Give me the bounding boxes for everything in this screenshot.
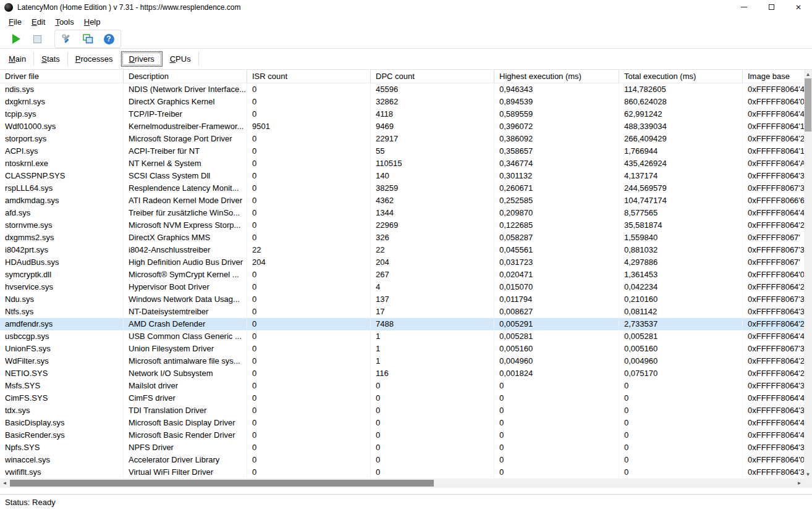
table-row[interactable]: symcryptk.dllMicrosoft® SymCrypt Kernel … [0,269,804,281]
table-row[interactable]: CLASSPNP.SYSSCSI Class System Dll01400,3… [0,170,804,182]
tab-main[interactable]: Main [1,52,34,66]
cell-description: USB Common Class Generic ... [124,330,247,343]
vertical-scrollbar-thumb[interactable] [805,78,811,132]
table-row[interactable]: UnionFS.sysUnion Filesystem Driver010,00… [0,343,804,355]
cell-driver-file: Npfs.SYS [0,441,124,454]
cell-dpc-count: 0 [371,466,494,479]
cell-highest-execution: 0,005291 [494,318,619,330]
table-row[interactable]: HDAudBus.sysHigh Definition Audio Bus Dr… [0,256,804,269]
help-button[interactable]: ? [101,31,116,46]
scroll-left-arrow-icon[interactable]: ◄ [0,479,9,488]
table-row[interactable]: ntoskrnl.exeNT Kernel & System01105150,3… [0,157,804,170]
tab-cpus[interactable]: CPUs [163,52,199,66]
cell-description: ACPI-Treiber für NT [124,145,247,157]
horizontal-scrollbar[interactable]: ◄ ► [0,479,812,488]
report-button[interactable] [80,31,95,46]
menu-tools[interactable]: Tools [50,15,78,28]
cell-isr-count: 0 [247,355,371,367]
table-row[interactable]: ndis.sysNDIS (Network Driver Interface..… [0,83,804,96]
scroll-up-arrow-icon[interactable]: ▲ [804,70,812,78]
start-monitor-button[interactable] [9,31,23,46]
table-row[interactable]: stornvme.sysMicrosoft NVM Express Storp.… [0,219,804,232]
cell-driver-file: storport.sys [0,133,124,145]
vertical-scrollbar[interactable]: ▲ ▼ [804,70,812,479]
tab-drivers[interactable]: Drivers [121,51,163,67]
cell-isr-count: 0 [247,170,371,182]
scroll-right-arrow-icon[interactable]: ► [795,479,804,488]
tab-stats[interactable]: Stats [34,52,68,66]
cell-highest-execution: 0 [494,392,619,404]
table-row[interactable]: usbccgp.sysUSB Common Class Generic ...0… [0,330,804,343]
cell-dpc-count: 267 [371,269,494,281]
table-row[interactable]: Msfs.SYSMailslot driver00000xFFFFF8064'3 [0,380,804,392]
column-header-driver-file[interactable]: Driver file [0,70,124,83]
play-icon [12,34,20,44]
table-row[interactable]: amdkmdag.sysATI Radeon Kernel Mode Drive… [0,194,804,207]
cell-description: Microsoft® SymCrypt Kernel ... [124,269,247,281]
table-row[interactable]: hvservice.sysHypervisor Boot Driver040,0… [0,281,804,293]
cell-driver-file: rspLLL64.sys [0,182,124,194]
minimize-button[interactable] [730,0,758,14]
tab-bar: Main Stats Processes Drivers CPUs [0,49,812,69]
stop-icon [33,35,41,43]
close-button[interactable]: ✕ [785,0,812,14]
cell-total-execution: 860,624028 [619,96,743,108]
column-header-total-execution[interactable]: Total execution (ms) [619,70,743,83]
cell-driver-file: Msfs.SYS [0,380,124,392]
column-header-image-base[interactable]: Image base [743,70,804,83]
cell-driver-file: stornvme.sys [0,219,124,232]
table-row[interactable]: vwififlt.sysVirtual WiFi Filter Driver00… [0,466,804,479]
table-row[interactable]: BasicDisplay.sysMicrosoft Basic Display … [0,417,804,429]
horizontal-scrollbar-thumb[interactable] [10,480,434,487]
table-row[interactable]: CimFS.SYSCimFS driver00000xFFFFF8064'4 [0,392,804,404]
table-row[interactable]: amdfendr.sysAMD Crash Defender074880,005… [0,318,804,330]
menu-file[interactable]: File [4,15,27,28]
cell-dpc-count: 4118 [371,108,494,120]
table-row[interactable]: rspLLL64.sysResplendence Latency Monit..… [0,182,804,194]
table-row[interactable]: i8042prt.sysi8042-Anschlusstreiber22220,… [0,244,804,256]
column-header-dpc-count[interactable]: DPC count [371,70,494,83]
cell-isr-count: 0 [247,429,371,441]
tools-button[interactable] [59,31,74,46]
menu-edit[interactable]: Edit [27,15,50,28]
cell-isr-count: 0 [247,133,371,145]
table-row[interactable]: storport.sysMicrosoft Storage Port Drive… [0,133,804,145]
table-row[interactable]: BasicRender.sysMicrosoft Basic Render Dr… [0,429,804,441]
table-row[interactable]: Wdf01000.sysKernelmodustreiber-Framewor.… [0,120,804,133]
cell-dpc-count: 326 [371,232,494,244]
cell-image-base: 0xFFFFF8064'3 [743,170,804,182]
table-row[interactable]: NETIO.SYSNetwork I/O Subsystem01160,0018… [0,367,804,380]
menu-help[interactable]: Help [79,15,106,28]
table-row[interactable]: dxgkrnl.sysDirectX Graphics Kernel032862… [0,96,804,108]
table-row[interactable]: WdFilter.sysMicrosoft antimalware file s… [0,355,804,367]
table-row[interactable]: Ntfs.sysNT-Dateisystemtreiber0170,008627… [0,306,804,318]
tab-processes[interactable]: Processes [68,52,121,66]
cell-description: NT Kernel & System [124,157,247,170]
maximize-button[interactable] [758,0,785,14]
cell-dpc-count: 0 [371,404,494,417]
column-header-description[interactable]: Description [124,70,247,83]
column-header-highest-execution[interactable]: Highest execution (ms) [494,70,619,83]
stop-monitor-button[interactable] [30,31,44,46]
cell-driver-file: hvservice.sys [0,281,124,293]
table-row[interactable]: tdx.sysTDI Translation Driver00000xFFFFF… [0,404,804,417]
table-row[interactable]: ACPI.sysACPI-Treiber für NT0550,3586571,… [0,145,804,157]
table-row[interactable]: Npfs.SYSNPFS Driver00000xFFFFF8064'3 [0,441,804,454]
table-row[interactable]: winaccel.sysAccelerator Driver Library00… [0,454,804,466]
scroll-down-arrow-icon[interactable]: ▼ [804,470,812,479]
table-row[interactable]: afd.sysTreiber für zusätzliche WinSo...0… [0,207,804,219]
cell-isr-count: 0 [247,343,371,355]
cell-isr-count: 0 [247,194,371,207]
cell-total-execution: 488,339034 [619,120,743,133]
table-row[interactable]: dxgmms2.sysDirectX Graphics MMS03260,058… [0,232,804,244]
cell-total-execution: 35,581874 [619,219,743,232]
cell-total-execution: 435,426924 [619,157,743,170]
cell-highest-execution: 0,260671 [494,182,619,194]
cell-driver-file: ndis.sys [0,83,124,96]
cell-driver-file: dxgkrnl.sys [0,96,124,108]
cell-highest-execution: 0 [494,466,619,479]
cell-image-base: 0xFFFFF8064'2 [743,133,804,145]
table-row[interactable]: tcpip.sysTCP/IP-Treiber041180,58955962,9… [0,108,804,120]
table-row[interactable]: Ndu.sysWindows Network Data Usag...01370… [0,293,804,306]
column-header-isr-count[interactable]: ISR count [247,70,371,83]
